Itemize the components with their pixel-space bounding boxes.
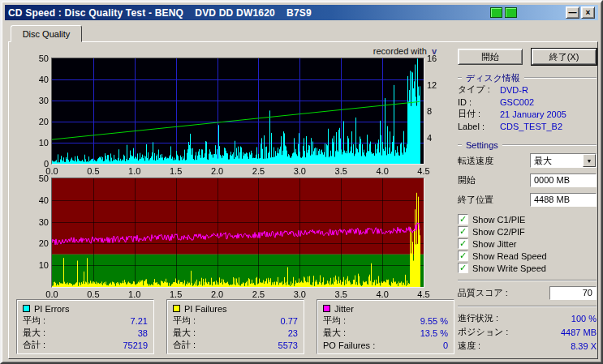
stat-row: PO Failures :0 [323,339,448,351]
end-position-row: 終了位置 4488 MB [458,190,597,209]
stat-row: 平均 :0.77 [173,315,298,327]
checkmark-icon: ✓ [458,263,468,273]
show-c1-pie-checkbox[interactable]: ✓ Show C1/PIE [458,213,597,225]
position-row: ポジション :4487 MB [458,325,597,339]
exit-button[interactable]: 終了(X) [532,49,597,65]
green-square-icon[interactable] [490,7,502,18]
speed-row: 速度 :8.39 X [458,339,597,353]
checkmark-icon: ✓ [458,238,468,249]
stat-row: 最大 :38 [23,327,148,339]
progress-row: 進行状況 :100 % [458,311,597,325]
disc-info-header: ディスク情報 [458,72,597,84]
end-position-field[interactable]: 4488 MB [530,193,597,207]
checkmark-icon: ✓ [458,226,468,237]
disc-label-row: Label :CDS_TEST_B2 [458,120,597,132]
stat-row: 最大 :23 [173,327,298,339]
quality-score-field: 70 [549,286,597,300]
pi-errors-stats-panel: PI Errors 平均 :7.21 最大 :38 合計 :75219 [16,299,154,354]
stat-row: 最大 :13.5 % [323,327,448,339]
show-c2-pif-checkbox[interactable]: ✓ Show C2/PIF [458,225,597,238]
nero-logo-icon: v [427,46,437,56]
pi-failures-stats-panel: PI Failures 平均 :0.77 最大 :23 合計 :5573 [166,299,304,354]
quality-score-row: 品質スコア : 70 [458,285,597,300]
tab-disc-quality[interactable]: Disc Quality [11,25,82,42]
jitter-swatch-icon [323,305,330,312]
minimize-button[interactable]: — [566,6,579,19]
checkmark-icon: ✓ [458,214,468,225]
pi-errors-title: PI Errors [34,304,69,314]
settings-header: Settings [458,139,597,151]
close-button[interactable]: × [581,6,595,19]
pif-jitter-chart [51,178,424,288]
show-jitter-checkbox[interactable]: ✓ Show Jitter [458,238,597,250]
start-button[interactable]: 開始 [458,49,523,65]
stat-row: 平均 :7.21 [23,315,148,327]
transfer-speed-row: 転送速度 最大 ▼ [458,151,597,170]
app-window: CD Speed : Disc Quality Test - BENQ DVD … [0,0,603,364]
jitter-title: Jitter [334,304,354,314]
titlebar[interactable]: CD Speed : Disc Quality Test - BENQ DVD … [5,5,598,20]
pi-failures-swatch-icon [173,305,180,312]
show-write-speed-checkbox[interactable]: ✓ Show Write Speed [458,262,597,274]
disc-id-row: ID :GSC002 [458,96,597,108]
chevron-down-icon[interactable]: ▼ [583,154,596,167]
jitter-stats-panel: Jitter 平均 :9.55 % 最大 :13.5 % PO Failures… [317,299,454,354]
pi-errors-swatch-icon [23,305,30,312]
checkmark-icon: ✓ [458,251,468,261]
stat-row: 合計 :5573 [173,339,298,351]
transfer-speed-select[interactable]: 最大 ▼ [530,153,597,168]
green-square-icon[interactable] [505,7,517,18]
stat-row: 平均 :9.55 % [323,315,448,327]
show-options-list: ✓ Show C1/PIE ✓ Show C2/PIF ✓ Show Jitte… [458,213,597,274]
disc-type-row: タイプ :DVD-R [458,84,597,96]
window-title: CD Speed : Disc Quality Test - BENQ DVD … [8,7,488,19]
start-position-row: 開始 0000 MB [458,170,597,190]
divider [458,280,597,281]
divider [458,306,597,307]
start-position-field[interactable]: 0000 MB [530,173,597,187]
control-sidebar: 開始 終了(X) ディスク情報 タイプ :DVD-R ID :GSC002 日付… [456,47,598,358]
show-read-speed-checkbox[interactable]: ✓ Show Read Speed [458,250,597,262]
pi-failures-title: PI Failures [184,304,227,314]
disc-date-row: 日付 :21 January 2005 [458,108,597,120]
stat-row: 合計 :75219 [23,339,148,351]
tab-label: Disc Quality [23,29,71,39]
pie-errors-chart [51,58,424,165]
recorded-with-watermark: recorded withv [333,46,437,56]
